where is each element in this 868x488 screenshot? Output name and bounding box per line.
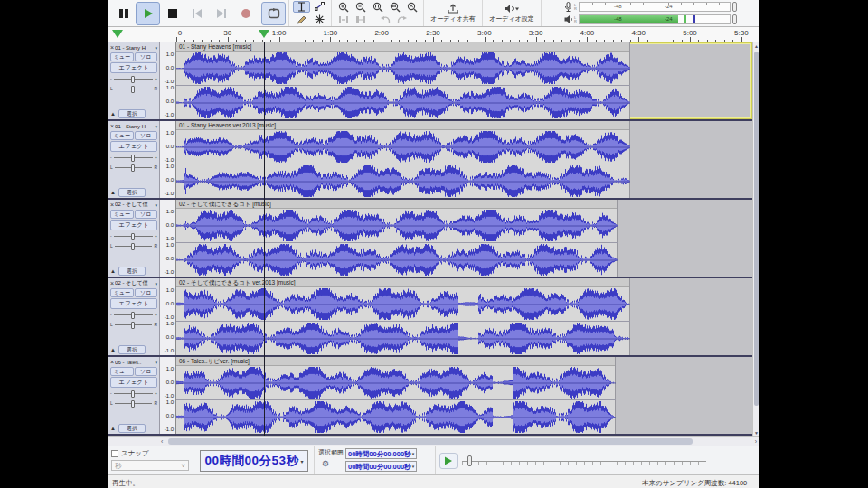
gain-slider-thumb[interactable] bbox=[131, 76, 135, 83]
track-control-panel[interactable]: × 06 - Tales.. ▾ ミュート ソロ エフェクト - + L R ▲ bbox=[108, 357, 160, 434]
collapse-track-button[interactable]: ▲ bbox=[110, 190, 116, 195]
select-track-button[interactable]: 選択 bbox=[118, 188, 146, 197]
pan-slider-thumb[interactable] bbox=[131, 400, 135, 408]
audio-position-display[interactable]: 00時間00分53秒 ▾ bbox=[200, 450, 307, 472]
effects-button[interactable]: エフェクト bbox=[110, 62, 157, 73]
vertical-scale-ruler[interactable]: 1.00.0-1.01.00.0-1.0 bbox=[160, 121, 176, 198]
stop-button[interactable] bbox=[160, 2, 184, 25]
track-menu-dropdown-icon[interactable]: ▾ bbox=[155, 202, 157, 208]
play-button[interactable] bbox=[136, 2, 160, 25]
collapse-track-button[interactable]: ▲ bbox=[110, 347, 116, 352]
solo-button[interactable]: ソロ bbox=[135, 210, 158, 219]
waveform-area[interactable]: 02 - そして僕にできるコト [music] bbox=[176, 200, 752, 277]
clip-title[interactable]: 06 - Tales..サビver. [music] bbox=[176, 357, 615, 366]
track-menu-dropdown-icon[interactable]: ▾ bbox=[155, 124, 157, 129]
pause-button[interactable] bbox=[111, 2, 136, 25]
snap-unit-dropdown[interactable]: 秒 ˅ bbox=[111, 460, 189, 471]
pan-slider-thumb[interactable] bbox=[131, 164, 135, 172]
clip-title[interactable]: 01 - Starry Heavens [music] bbox=[176, 42, 629, 52]
zoom-project-button[interactable] bbox=[386, 1, 403, 13]
zoom-selection-button[interactable] bbox=[369, 1, 386, 13]
mute-button[interactable]: ミュート bbox=[110, 131, 134, 140]
vertical-scale-ruler[interactable]: 1.00.0-1.01.00.0-1.0 bbox=[160, 278, 176, 355]
speed-slider-thumb[interactable] bbox=[467, 455, 472, 466]
audio-clip[interactable]: 02 - そして僕にできるコト [music] bbox=[176, 200, 618, 277]
mute-button[interactable]: ミュート bbox=[110, 210, 134, 219]
pinned-head-toggle-icon[interactable] bbox=[112, 30, 123, 38]
loop-button[interactable] bbox=[261, 2, 286, 25]
track-close-button[interactable]: × bbox=[110, 202, 114, 208]
collapse-track-button[interactable]: ▲ bbox=[110, 111, 116, 117]
pan-slider-thumb[interactable] bbox=[131, 322, 135, 329]
gain-slider[interactable]: - + bbox=[110, 310, 157, 319]
track-close-button[interactable]: × bbox=[110, 123, 114, 129]
gain-slider-thumb[interactable] bbox=[131, 155, 135, 162]
collapse-track-button[interactable]: ▲ bbox=[110, 426, 116, 431]
trim-audio-button[interactable] bbox=[335, 14, 352, 25]
zoom-out-button[interactable] bbox=[352, 1, 369, 13]
track-menu-dropdown-icon[interactable]: ▾ bbox=[155, 45, 157, 51]
selection-settings-gear-icon[interactable]: ⚙ bbox=[322, 459, 329, 468]
pan-slider[interactable]: L R bbox=[110, 399, 157, 408]
draw-tool-button[interactable] bbox=[293, 14, 310, 25]
mute-button[interactable]: ミュート bbox=[110, 367, 134, 376]
gain-slider-thumb[interactable] bbox=[131, 233, 135, 240]
vertical-scale-ruler[interactable]: 1.00.0-1.01.00.0-1.0 bbox=[160, 200, 176, 277]
selection-tool-button[interactable] bbox=[293, 1, 310, 13]
track-menu-dropdown-icon[interactable]: ▾ bbox=[155, 360, 157, 365]
track-control-panel[interactable]: × 01 - Starry H ▾ ミュート ソロ エフェクト - + L R … bbox=[108, 42, 160, 119]
selection-end-dropdown-icon[interactable]: ▾ bbox=[412, 462, 415, 472]
snap-checkbox[interactable] bbox=[111, 450, 118, 457]
clip-title[interactable]: 02 - そして僕にできるコト ver.2013 [music] bbox=[176, 278, 629, 287]
clip-title[interactable]: 02 - そして僕にできるコト [music] bbox=[176, 200, 617, 209]
scroll-down-icon[interactable]: ▼ bbox=[753, 430, 760, 436]
effects-button[interactable]: エフェクト bbox=[110, 377, 157, 388]
select-track-button[interactable]: 選択 bbox=[118, 109, 146, 118]
playback-meter-handle[interactable] bbox=[732, 14, 737, 24]
recording-meter[interactable]: -48 -24 bbox=[579, 2, 731, 12]
solo-button[interactable]: ソロ bbox=[135, 288, 158, 297]
skip-start-button[interactable] bbox=[184, 2, 209, 25]
redo-button[interactable] bbox=[393, 14, 410, 25]
vertical-scale-ruler[interactable]: 1.00.0-1.01.00.0-1.0 bbox=[160, 357, 176, 434]
pan-slider[interactable]: L R bbox=[110, 84, 157, 93]
solo-button[interactable]: ソロ bbox=[135, 367, 158, 376]
effects-button[interactable]: エフェクト bbox=[110, 141, 157, 152]
track-close-button[interactable]: × bbox=[110, 44, 114, 51]
mute-button[interactable]: ミュート bbox=[110, 52, 134, 61]
gain-slider[interactable]: - + bbox=[110, 153, 157, 162]
audio-clip[interactable]: 01 - Starry Heavens ver.2013 [music] bbox=[176, 121, 630, 198]
track-control-panel[interactable]: × 02 - そして僕 ▾ ミュート ソロ エフェクト - + L R ▲ 選択 bbox=[108, 200, 160, 277]
vertical-scrollbar[interactable]: ▲ ▼ bbox=[752, 42, 760, 436]
gain-slider[interactable]: - + bbox=[110, 74, 157, 83]
track-close-button[interactable]: × bbox=[110, 280, 114, 286]
gain-slider-thumb[interactable] bbox=[131, 390, 135, 398]
gain-slider[interactable]: - + bbox=[110, 231, 157, 240]
share-audio-button[interactable]: オーディオ共有 bbox=[427, 1, 479, 25]
vertical-scroll-thumb[interactable] bbox=[754, 52, 759, 406]
playback-meter[interactable]: -48 -24 bbox=[579, 14, 731, 24]
scroll-right-icon[interactable]: › bbox=[755, 438, 757, 446]
selection-start-field[interactable]: 00時間00分00.000秒 ▾ bbox=[345, 448, 417, 459]
selection-start-dropdown-icon[interactable]: ▾ bbox=[412, 449, 415, 459]
pan-slider-thumb[interactable] bbox=[131, 86, 135, 93]
silence-audio-button[interactable] bbox=[352, 14, 369, 25]
gain-slider[interactable]: - + bbox=[110, 389, 157, 398]
zoom-toggle-button[interactable] bbox=[403, 1, 420, 13]
audio-clip[interactable]: 01 - Starry Heavens [music] bbox=[176, 42, 630, 119]
track-control-panel[interactable]: × 02 - そして僕 ▾ ミュート ソロ エフェクト - + L R ▲ 選択 bbox=[108, 278, 160, 355]
horizontal-scroll-thumb[interactable] bbox=[168, 438, 693, 445]
waveform-area[interactable]: 06 - Tales..サビver. [music] bbox=[176, 357, 752, 434]
undo-button[interactable] bbox=[376, 14, 393, 25]
pan-slider-thumb[interactable] bbox=[131, 243, 135, 250]
timeline-ruler[interactable]: 0301:001:302:002:303:003:304:004:305:005… bbox=[108, 27, 760, 42]
effects-button[interactable]: エフェクト bbox=[110, 298, 157, 309]
record-button[interactable] bbox=[233, 2, 258, 25]
track-control-panel[interactable]: × 01 - Starry H ▾ ミュート ソロ エフェクト - + L R … bbox=[108, 121, 160, 198]
effects-button[interactable]: エフェクト bbox=[110, 220, 157, 230]
select-track-button[interactable]: 選択 bbox=[118, 424, 146, 433]
collapse-track-button[interactable]: ▲ bbox=[110, 268, 116, 274]
pan-slider[interactable]: L R bbox=[110, 320, 157, 329]
solo-button[interactable]: ソロ bbox=[135, 131, 158, 140]
audio-setup-button[interactable]: オーディオ設定 bbox=[486, 1, 538, 25]
